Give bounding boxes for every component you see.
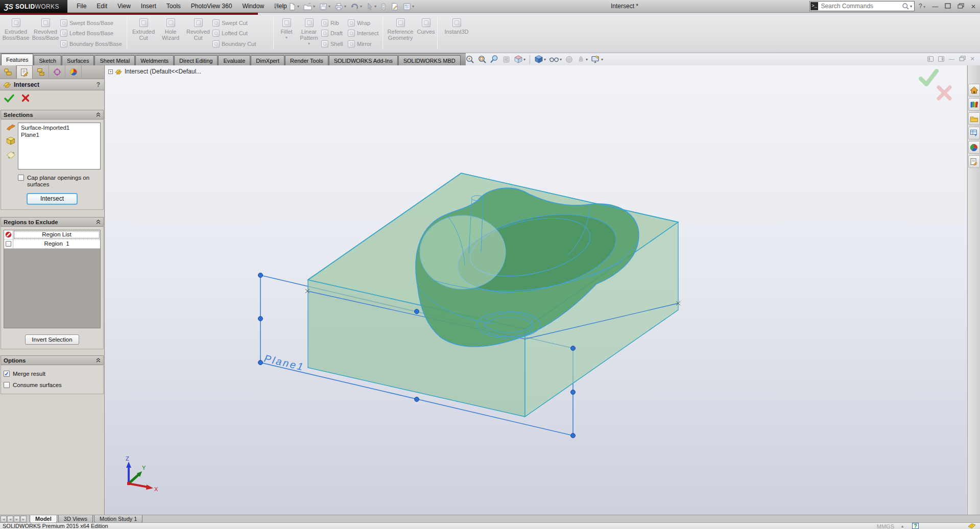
tree-expand-icon[interactable]: +: [108, 69, 113, 74]
draft-button[interactable]: Draft: [321, 29, 348, 38]
close-button[interactable]: ✕: [971, 4, 976, 10]
dropdown-arrow-icon[interactable]: ▾: [308, 41, 310, 46]
previous-view-button[interactable]: [500, 55, 512, 64]
dropdown-arrow-icon[interactable]: ▾: [523, 57, 525, 62]
lofted-cut-button[interactable]: Lofted Cut: [212, 29, 268, 38]
units-dropdown-arrow-icon[interactable]: ▴: [901, 523, 903, 529]
options-header[interactable]: Options: [1, 355, 104, 365]
tab-dimxpert[interactable]: DimXpert: [251, 55, 284, 65]
tag-icon[interactable]: [968, 523, 976, 529]
windows-cascade-button[interactable]: [958, 3, 964, 10]
cap-planar-openings-option[interactable]: Cap planar openings on surfaces: [18, 175, 101, 188]
menu-tools[interactable]: Tools: [161, 0, 186, 13]
property-manager-tab[interactable]: [16, 65, 33, 79]
quick-tips-icon[interactable]: ?: [912, 523, 919, 529]
plane-handle[interactable]: [415, 309, 419, 314]
hide-show-items-button[interactable]: ▾: [547, 55, 563, 63]
tab-surfaces[interactable]: Surfaces: [62, 55, 94, 65]
extruded-cut-button[interactable]: Extruded Cut: [130, 17, 157, 41]
appearances-scenes-button[interactable]: [968, 141, 980, 154]
help-button[interactable]: ? ▾: [919, 3, 925, 10]
feature-manager-tab[interactable]: [0, 65, 16, 79]
view-settings-button[interactable]: ▾: [589, 55, 605, 64]
reference-geometry-button[interactable]: Reference Geometry: [386, 17, 415, 41]
fillet-button[interactable]: Fillet ▾: [276, 17, 297, 40]
region-list-header-row[interactable]: Region List: [4, 230, 100, 239]
dimxpert-manager-tab[interactable]: [49, 65, 65, 79]
rib-button[interactable]: Rib: [321, 18, 348, 28]
design-library-button[interactable]: [968, 98, 980, 111]
custom-properties-button[interactable]: [968, 155, 980, 168]
tab-sheet-metal[interactable]: Sheet Metal: [94, 55, 135, 65]
selection-item[interactable]: Plane1: [21, 131, 98, 138]
graphics-viewport[interactable]: Plane1 Z X Y + Intersect (Default<<Defau…: [105, 65, 967, 515]
dropdown-arrow-icon[interactable]: ▾: [544, 57, 546, 62]
last-tab-button[interactable]: ▶: [20, 516, 27, 522]
region-checkbox-cell[interactable]: [4, 239, 13, 248]
menu-view[interactable]: View: [112, 0, 136, 13]
intersect-action-button[interactable]: Intersect: [27, 193, 78, 205]
units-selector[interactable]: MMGS: [877, 523, 894, 529]
dropdown-arrow-icon[interactable]: ▾: [360, 4, 362, 9]
merge-result-option[interactable]: ✓ Merge result: [4, 368, 101, 379]
solidworks-resources-button[interactable]: [968, 84, 980, 97]
model-tab[interactable]: Model: [30, 515, 57, 523]
plane-handle[interactable]: [571, 346, 576, 351]
new-file-button[interactable]: ▾: [286, 1, 301, 12]
consume-surfaces-option[interactable]: Consume surfaces: [4, 379, 101, 391]
selections-listbox[interactable]: Surface-Imported1 Plane1: [18, 123, 101, 170]
swept-cut-button[interactable]: Swept Cut: [212, 18, 268, 28]
region-checkbox[interactable]: [6, 241, 11, 247]
view-palette-button[interactable]: [968, 127, 980, 139]
view-orientation-button[interactable]: ▾: [533, 55, 547, 64]
collapse-chevron-icon[interactable]: [96, 358, 101, 363]
wrap-button[interactable]: Wrap: [348, 18, 383, 28]
options-button[interactable]: ▾: [401, 1, 416, 12]
configuration-manager-tab[interactable]: [33, 65, 49, 79]
intersect-button[interactable]: Intersect: [348, 29, 383, 38]
invert-selection-button[interactable]: Invert Selection: [25, 334, 79, 345]
plane-handle[interactable]: [258, 317, 263, 321]
magnified-selection-button[interactable]: [488, 55, 500, 64]
tree-root-label[interactable]: Intersect (Default<<Defaul...: [125, 68, 201, 75]
tab-features[interactable]: Features: [1, 54, 33, 65]
next-tab-button[interactable]: ▶: [14, 516, 20, 522]
model-scene[interactable]: Plane1 Z X Y: [105, 65, 967, 515]
mirror-button[interactable]: Mirror: [348, 39, 383, 49]
menu-edit[interactable]: Edit: [91, 0, 112, 13]
cancel-x-button[interactable]: [21, 94, 30, 102]
confirmation-cancel-button[interactable]: [936, 85, 952, 103]
selections-header[interactable]: Selections: [1, 110, 104, 119]
revolved-boss-base-button[interactable]: Revolved Boss/Base: [31, 17, 60, 41]
select-button[interactable]: ▾: [364, 1, 378, 12]
menu-insert[interactable]: Insert: [136, 0, 161, 13]
zoom-to-fit-button[interactable]: [464, 55, 476, 64]
edit-appearance-button[interactable]: [563, 55, 575, 64]
document-restore-button[interactable]: [959, 56, 966, 62]
lofted-boss-base-button[interactable]: Lofted Boss/Base: [60, 29, 125, 38]
search-dropdown-arrow-icon[interactable]: ▾: [909, 4, 914, 9]
document-minimize-button[interactable]: —: [949, 56, 954, 62]
region-row[interactable]: Region 1: [4, 239, 100, 249]
save-button[interactable]: ▾: [317, 1, 332, 12]
document-close-button[interactable]: ✕: [970, 56, 975, 62]
dropdown-arrow-icon[interactable]: ▾: [374, 4, 376, 9]
tab-weldments[interactable]: Weldments: [135, 55, 174, 65]
collapse-chevron-icon[interactable]: [96, 112, 101, 117]
tab-direct-editing[interactable]: Direct Editing: [174, 55, 218, 65]
collapse-chevron-icon[interactable]: [96, 220, 101, 224]
dropdown-arrow-icon[interactable]: ▾: [560, 57, 562, 62]
revolved-cut-button[interactable]: Revolved Cut: [184, 17, 212, 41]
display-manager-tab[interactable]: [65, 65, 82, 79]
dropdown-arrow-icon[interactable]: ▾: [586, 57, 588, 62]
search-commands-input[interactable]: [819, 3, 902, 10]
property-manager-help-icon[interactable]: ?: [97, 81, 101, 88]
boundary-boss-base-button[interactable]: Boundary Boss/Base: [60, 39, 125, 49]
consume-surfaces-checkbox[interactable]: [4, 382, 10, 388]
dropdown-arrow-icon[interactable]: ▾: [313, 4, 315, 9]
region-list[interactable]: Region List Region 1: [4, 230, 101, 328]
plane-handle[interactable]: [258, 360, 263, 365]
open-file-button[interactable]: ▾: [301, 1, 317, 12]
undo-button[interactable]: ▾: [348, 1, 364, 12]
ok-check-button[interactable]: [4, 94, 14, 103]
